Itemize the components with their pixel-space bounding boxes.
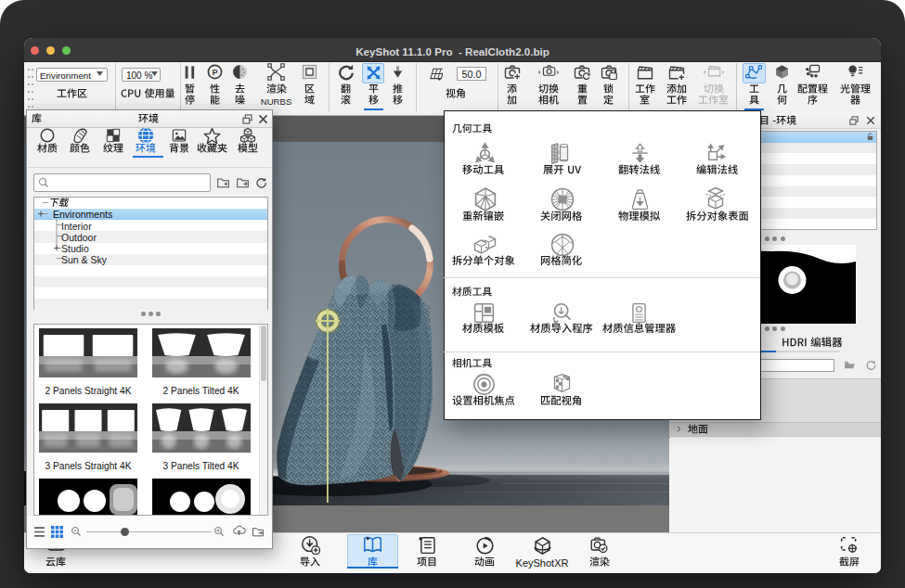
svg-text:P: P	[212, 68, 217, 77]
